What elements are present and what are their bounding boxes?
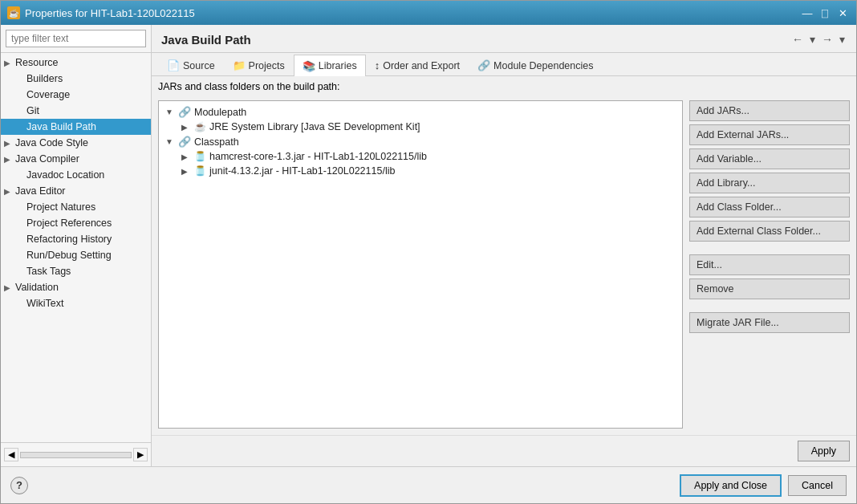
sidebar-label-refactoring-history: Refactoring History (26, 234, 112, 245)
tab-module-dependencies-label: Module Dependencies (493, 60, 593, 71)
classpath-children: ▶ 🫙 hamcrest-core-1.3.jar - HIT-Lab1-120… (162, 149, 679, 178)
sidebar-scrollbar[interactable] (20, 452, 132, 458)
tab-bar: 📄 Source 📁 Projects 📚 Libraries ↕ Order … (152, 53, 856, 76)
sidebar-label-project-natures: Project Natures (26, 201, 95, 213)
tree-area: ▼ 🔗 Modulepath ▶ ☕ JRE System Library [J… (158, 100, 683, 429)
junit-icon: 🫙 (194, 165, 206, 177)
bottom-bar: ? Apply and Close Cancel (1, 466, 856, 503)
sidebar-item-coverage[interactable]: Coverage (1, 87, 151, 103)
close-button[interactable]: ✕ (835, 6, 850, 20)
apply-button[interactable]: Apply (798, 441, 850, 461)
buttons-panel: Add JARs... Add External JARs... Add Var… (689, 100, 850, 429)
add-jars-button[interactable]: Add JARs... (689, 100, 850, 121)
sidebar-scroll-left[interactable]: ◀ (4, 448, 18, 461)
add-external-class-folder-button[interactable]: Add External Class Folder... (689, 221, 850, 242)
tree-node-modulepath[interactable]: ▼ 🔗 Modulepath (162, 104, 679, 120)
edit-button[interactable]: Edit... (689, 254, 850, 275)
expand-arrow-java-compiler: ▶ (4, 155, 12, 164)
libraries-tab-icon: 📚 (303, 60, 315, 72)
tree-node-hamcrest[interactable]: ▶ 🫙 hamcrest-core-1.3.jar - HIT-Lab1-120… (178, 149, 679, 164)
sidebar-item-java-build-path[interactable]: Java Build Path (1, 119, 151, 135)
tab-projects-label: Projects (249, 60, 285, 71)
add-external-jars-button[interactable]: Add External JARs... (689, 124, 850, 145)
sidebar-scroll-right[interactable]: ▶ (133, 448, 148, 461)
hamcrest-icon: 🫙 (194, 151, 206, 162)
sidebar-label-java-build-path: Java Build Path (26, 121, 96, 132)
panel-body: ▼ 🔗 Modulepath ▶ ☕ JRE System Library [J… (152, 94, 856, 435)
right-panel: Java Build Path ← ▾ → ▾ 📄 Source (152, 25, 856, 435)
sidebar-label-java-editor: Java Editor (15, 185, 66, 197)
sidebar-item-java-code-style[interactable]: ▶ Java Code Style (1, 135, 151, 151)
restore-button[interactable]: ⎕ (818, 6, 832, 20)
expand-arrow-validation: ▶ (4, 283, 12, 292)
modulepath-label: Modulepath (194, 107, 246, 118)
page-title: Java Build Path (161, 33, 251, 47)
button-spacer-2 (689, 303, 850, 309)
sidebar: ▶ Resource Builders Coverage Git J (1, 25, 152, 466)
button-spacer-1 (689, 245, 850, 251)
sidebar-label-validation: Validation (15, 282, 59, 293)
modulepath-icon: 🔗 (178, 106, 191, 118)
sidebar-bottom: ◀ ▶ (1, 442, 151, 466)
projects-tab-icon: 📁 (233, 59, 246, 71)
right-section: Java Build Path ← ▾ → ▾ 📄 Source (152, 25, 856, 466)
tab-libraries[interactable]: 📚 Libraries (294, 55, 366, 76)
tab-order-export[interactable]: ↕ Order and Export (366, 55, 469, 75)
tab-source[interactable]: 📄 Source (158, 55, 224, 75)
sidebar-item-builders[interactable]: Builders (1, 71, 151, 87)
expand-arrow-resource: ▶ (4, 59, 12, 67)
sidebar-item-javadoc-location[interactable]: Javadoc Location (1, 167, 151, 183)
tree-node-classpath[interactable]: ▼ 🔗 Classpath (162, 134, 679, 149)
migrate-jar-button[interactable]: Migrate JAR File... (689, 312, 850, 333)
tab-projects[interactable]: 📁 Projects (224, 55, 294, 75)
sidebar-item-validation[interactable]: ▶ Validation (1, 279, 151, 295)
sidebar-item-git[interactable]: Git (1, 103, 151, 119)
forward-button[interactable]: → (820, 31, 835, 47)
sidebar-item-java-editor[interactable]: ▶ Java Editor (1, 183, 151, 199)
arrow-classpath: ▼ (165, 137, 175, 146)
sidebar-item-project-references[interactable]: Project References (1, 215, 151, 231)
bottom-left: ? (10, 477, 28, 494)
sidebar-item-project-natures[interactable]: Project Natures (1, 199, 151, 215)
classpath-icon: 🔗 (178, 136, 191, 148)
back-button[interactable]: ← (790, 31, 805, 47)
sidebar-item-run-debug-settings[interactable]: Run/Debug Setting (1, 247, 151, 263)
junit-label: junit-4.13.2.jar - HIT-Lab1-120L022115/l… (209, 165, 395, 177)
search-input[interactable] (6, 30, 146, 47)
arrow-jre: ▶ (181, 123, 191, 132)
apply-close-button[interactable]: Apply and Close (680, 474, 782, 497)
sidebar-item-task-tags[interactable]: Task Tags (1, 263, 151, 279)
tab-source-label: Source (183, 60, 215, 71)
add-variable-button[interactable]: Add Variable... (689, 148, 850, 169)
source-tab-icon: 📄 (167, 59, 180, 71)
sidebar-label-coverage: Coverage (26, 89, 70, 100)
order-export-tab-icon: ↕ (375, 59, 380, 71)
classpath-label: Classpath (194, 136, 239, 148)
tree-node-jre-system[interactable]: ▶ ☕ JRE System Library [Java SE Developm… (178, 120, 679, 134)
expand-arrow-java-code-style: ▶ (4, 139, 12, 148)
module-dependencies-tab-icon: 🔗 (477, 59, 490, 71)
minimize-button[interactable]: — (800, 6, 814, 20)
header-actions: ← ▾ → ▾ (790, 31, 847, 47)
sidebar-item-java-compiler[interactable]: ▶ Java Compiler (1, 151, 151, 167)
tab-libraries-label: Libraries (319, 60, 357, 71)
help-button[interactable]: ? (10, 477, 28, 494)
hamcrest-label: hamcrest-core-1.3.jar - HIT-Lab1-120L022… (209, 151, 427, 162)
sidebar-item-wikitext[interactable]: WikiText (1, 295, 151, 311)
remove-button[interactable]: Remove (689, 278, 850, 299)
sidebar-label-run-debug-settings: Run/Debug Setting (26, 250, 112, 261)
jre-label: JRE System Library [Java SE Development … (209, 121, 420, 132)
add-class-folder-button[interactable]: Add Class Folder... (689, 197, 850, 217)
forward-dropdown-button[interactable]: ▾ (838, 31, 847, 47)
cancel-button[interactable]: Cancel (788, 475, 847, 496)
sidebar-label-project-references: Project References (26, 217, 112, 229)
tree-node-junit[interactable]: ▶ 🫙 junit-4.13.2.jar - HIT-Lab1-120L0221… (178, 164, 679, 178)
arrow-modulepath: ▼ (165, 108, 175, 116)
sidebar-item-resource[interactable]: ▶ Resource (1, 55, 151, 71)
tab-module-dependencies[interactable]: 🔗 Module Dependencies (469, 55, 602, 75)
back-dropdown-button[interactable]: ▾ (808, 31, 817, 47)
add-library-button[interactable]: Add Library... (689, 173, 850, 193)
sidebar-label-wikitext: WikiText (26, 298, 64, 309)
sidebar-item-refactoring-history[interactable]: Refactoring History (1, 231, 151, 247)
right-panel-header: Java Build Path ← ▾ → ▾ (152, 25, 856, 53)
